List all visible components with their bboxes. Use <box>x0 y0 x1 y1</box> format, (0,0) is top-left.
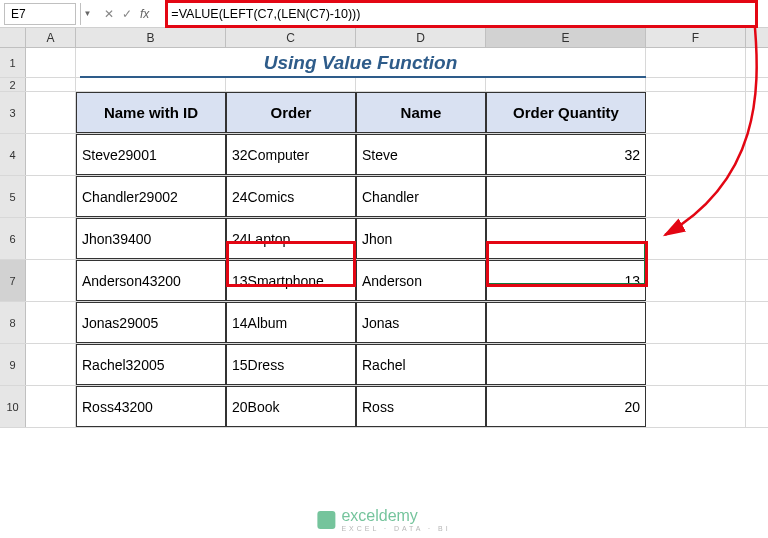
header-order[interactable]: Order <box>226 92 356 133</box>
row-header[interactable]: 2 <box>0 78 26 91</box>
col-header-d[interactable]: D <box>356 28 486 47</box>
cell-e10[interactable]: 20 <box>486 386 646 427</box>
cell[interactable] <box>26 218 76 259</box>
cell[interactable] <box>646 176 746 217</box>
cell-c7[interactable]: 13Smartphone <box>226 260 356 301</box>
cell-e7[interactable]: 13 <box>486 260 646 301</box>
row-header[interactable]: 3 <box>0 92 26 133</box>
row-header[interactable]: 4 <box>0 134 26 175</box>
enter-icon[interactable]: ✓ <box>122 7 132 21</box>
cell[interactable] <box>646 344 746 385</box>
header-name-with-id[interactable]: Name with ID <box>76 92 226 133</box>
cell-c9[interactable]: 15Dress <box>226 344 356 385</box>
cell[interactable] <box>646 386 746 427</box>
cell-b7[interactable]: Anderson43200 <box>76 260 226 301</box>
watermark-icon <box>317 511 335 529</box>
row-2: 2 <box>0 78 768 92</box>
cell[interactable] <box>26 386 76 427</box>
cell-d5[interactable]: Chandler <box>356 176 486 217</box>
cell[interactable] <box>646 92 746 133</box>
cell-d4[interactable]: Steve <box>356 134 486 175</box>
cell-b6[interactable]: Jhon39400 <box>76 218 226 259</box>
cell[interactable] <box>646 48 746 77</box>
cell[interactable] <box>356 78 486 91</box>
cell[interactable] <box>486 78 646 91</box>
row-5: 5 Chandler29002 24Comics Chandler <box>0 176 768 218</box>
formula-input[interactable] <box>165 3 768 25</box>
row-9: 9 Rachel32005 15Dress Rachel <box>0 344 768 386</box>
cell[interactable] <box>76 78 226 91</box>
cell[interactable] <box>646 78 746 91</box>
formula-bar-icons: ✕ ✓ fx <box>94 7 165 21</box>
watermark-sub: EXCEL · DATA · BI <box>341 525 450 532</box>
cell[interactable] <box>26 344 76 385</box>
row-10: 10 Ross43200 20Book Ross 20 <box>0 386 768 428</box>
cell-c4[interactable]: 32Computer <box>226 134 356 175</box>
cell-e6[interactable] <box>486 218 646 259</box>
row-header[interactable]: 7 <box>0 260 26 301</box>
row-header[interactable]: 8 <box>0 302 26 343</box>
name-box-value: E7 <box>11 7 26 21</box>
cell-e5[interactable] <box>486 176 646 217</box>
cell[interactable] <box>26 92 76 133</box>
name-box-dropdown[interactable]: ▼ <box>80 3 94 25</box>
cell[interactable] <box>226 78 356 91</box>
header-name[interactable]: Name <box>356 92 486 133</box>
col-header-a[interactable]: A <box>26 28 76 47</box>
cell-e4[interactable]: 32 <box>486 134 646 175</box>
spreadsheet-grid: A B C D E F 1 Using Value Function 2 3 N… <box>0 28 768 428</box>
title-underline <box>80 76 646 78</box>
cell[interactable] <box>26 48 76 77</box>
cell[interactable] <box>646 260 746 301</box>
cell-d7[interactable]: Anderson <box>356 260 486 301</box>
col-header-b[interactable]: B <box>76 28 226 47</box>
header-order-quantity[interactable]: Order Quantity <box>486 92 646 133</box>
row-4: 4 Steve29001 32Computer Steve 32 <box>0 134 768 176</box>
cell[interactable] <box>26 176 76 217</box>
cell-e9[interactable] <box>486 344 646 385</box>
formula-bar: E7 ▼ ✕ ✓ fx <box>0 0 768 28</box>
fx-icon[interactable]: fx <box>140 7 149 21</box>
row-header[interactable]: 10 <box>0 386 26 427</box>
grid-rows: 1 Using Value Function 2 3 Name with ID … <box>0 48 768 428</box>
cell[interactable] <box>26 260 76 301</box>
cell-d9[interactable]: Rachel <box>356 344 486 385</box>
name-box[interactable]: E7 <box>4 3 76 25</box>
cell[interactable] <box>646 218 746 259</box>
select-all-corner[interactable] <box>0 28 26 47</box>
cell[interactable] <box>26 134 76 175</box>
cell-d8[interactable]: Jonas <box>356 302 486 343</box>
cancel-icon[interactable]: ✕ <box>104 7 114 21</box>
cell[interactable] <box>26 78 76 91</box>
cell[interactable] <box>26 302 76 343</box>
row-3: 3 Name with ID Order Name Order Quantity <box>0 92 768 134</box>
row-7: 7 Anderson43200 13Smartphone Anderson 13 <box>0 260 768 302</box>
cell-e8[interactable] <box>486 302 646 343</box>
cell-b9[interactable]: Rachel32005 <box>76 344 226 385</box>
row-8: 8 Jonas29005 14Album Jonas <box>0 302 768 344</box>
col-header-c[interactable]: C <box>226 28 356 47</box>
row-6: 6 Jhon39400 24Laptop Jhon <box>0 218 768 260</box>
cell-b10[interactable]: Ross43200 <box>76 386 226 427</box>
row-header[interactable]: 6 <box>0 218 26 259</box>
row-header[interactable]: 5 <box>0 176 26 217</box>
watermark-brand: exceldemy <box>341 507 450 525</box>
cell-b8[interactable]: Jonas29005 <box>76 302 226 343</box>
title-cell[interactable]: Using Value Function <box>76 48 646 77</box>
cell-c10[interactable]: 20Book <box>226 386 356 427</box>
cell[interactable] <box>646 134 746 175</box>
col-header-f[interactable]: F <box>646 28 746 47</box>
cell-d6[interactable]: Jhon <box>356 218 486 259</box>
cell-b5[interactable]: Chandler29002 <box>76 176 226 217</box>
cell[interactable] <box>646 302 746 343</box>
row-1: 1 Using Value Function <box>0 48 768 78</box>
cell-c8[interactable]: 14Album <box>226 302 356 343</box>
cell-c6[interactable]: 24Laptop <box>226 218 356 259</box>
cell-d10[interactable]: Ross <box>356 386 486 427</box>
cell-c5[interactable]: 24Comics <box>226 176 356 217</box>
row-header[interactable]: 1 <box>0 48 26 77</box>
cell-b4[interactable]: Steve29001 <box>76 134 226 175</box>
col-header-e[interactable]: E <box>486 28 646 47</box>
row-header[interactable]: 9 <box>0 344 26 385</box>
column-headers: A B C D E F <box>0 28 768 48</box>
